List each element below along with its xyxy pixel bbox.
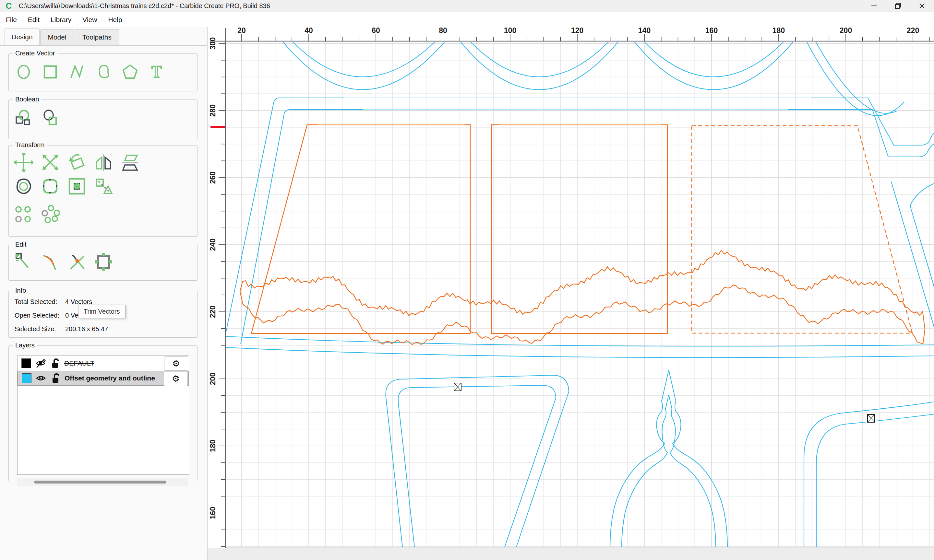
menu-bar: FileEditLibraryViewHelp: [0, 12, 934, 28]
layer-settings-button[interactable]: ⚙: [164, 372, 188, 386]
svg-text:200: 200: [208, 373, 217, 385]
unlock-icon[interactable]: [50, 373, 61, 384]
tab-bar: DesignModelToolpaths: [0, 29, 207, 46]
polyline-tool-button[interactable]: [67, 62, 86, 82]
slice-tool-button[interactable]: [94, 177, 113, 196]
layer-color-swatch[interactable]: [22, 373, 31, 383]
chute-outline-inner[interactable]: [398, 385, 556, 547]
section-label: Layers: [13, 342, 37, 349]
base-strip-line-1[interactable]: [225, 336, 934, 346]
smooth-tool-button[interactable]: [40, 252, 60, 272]
boolean-subtract-icon: [40, 108, 60, 128]
fillet-tool-button[interactable]: [40, 177, 60, 196]
svg-text:60: 60: [371, 27, 380, 35]
design-canvas[interactable]: 2040608010012014016018020022030028026024…: [208, 27, 934, 560]
window-title: C:\Users\willa\Downloads\1-Christmas tra…: [19, 2, 270, 10]
text-tool-button[interactable]: T: [147, 62, 166, 82]
section-layers: LayersDEFAULT⚙Offset geometry and outlin…: [8, 345, 197, 481]
car-body-outline-inner[interactable]: [240, 109, 934, 344]
svg-text:220: 220: [208, 306, 217, 318]
section-boolean: Boolean: [8, 100, 197, 139]
coupler-arm[interactable]: [891, 182, 934, 327]
boolean-union-button[interactable]: [14, 108, 33, 128]
restore-button[interactable]: [886, 0, 910, 12]
section-create-vector: Create VectorT: [8, 54, 197, 91]
rotate-tool-button[interactable]: [67, 152, 86, 172]
selected-garland-vector[interactable]: [240, 251, 925, 345]
menu-library[interactable]: Library: [51, 16, 71, 24]
layer-row-1[interactable]: DEFAULT⚙: [17, 356, 189, 371]
mirror-horizontal-tool-icon: [94, 152, 113, 172]
tab-toolpaths[interactable]: Toolpaths: [75, 29, 119, 45]
circle-tool-button[interactable]: [14, 62, 33, 82]
scale-tool-button[interactable]: [40, 152, 60, 172]
trim-vectors-tool-button[interactable]: [67, 252, 86, 272]
fillet-tool-icon: [40, 177, 60, 196]
layer-list: DEFAULT⚙Offset geometry and outline⚙: [17, 355, 189, 475]
car-body-outline-outer[interactable]: [225, 98, 934, 336]
eye-icon[interactable]: [35, 373, 46, 384]
corner-shape-inner[interactable]: [816, 414, 934, 548]
offset-tool-button[interactable]: [14, 177, 33, 196]
close-button[interactable]: [910, 0, 934, 12]
polygon-tool-icon: [120, 62, 140, 82]
unlock-icon[interactable]: [50, 358, 61, 369]
tab-design[interactable]: Design: [5, 29, 40, 45]
polygon-tool-button[interactable]: [120, 62, 140, 82]
scrollbar-thumb[interactable]: [34, 481, 166, 483]
selected-window-middle[interactable]: [492, 125, 667, 334]
base-strip-line-2[interactable]: [225, 348, 934, 357]
svg-text:180: 180: [772, 27, 785, 35]
mirror-horizontal-tool-button[interactable]: [94, 152, 113, 172]
chute-outline-outer[interactable]: [385, 375, 569, 547]
shrink-grow-tool-button[interactable]: [67, 177, 86, 196]
move-tool-button[interactable]: [14, 152, 33, 172]
trim-vectors-tool-icon: [67, 252, 86, 272]
flip-vertical-tool-button[interactable]: [120, 152, 140, 172]
info-value: 200.16 x 65.47: [65, 325, 108, 333]
linear-array-tool-button[interactable]: [14, 205, 33, 224]
eye-off-icon[interactable]: [35, 358, 46, 369]
node-edit-tool-button[interactable]: [14, 252, 33, 272]
svg-text:240: 240: [208, 238, 217, 251]
offset-tool-icon: [14, 177, 33, 196]
curve-tool-button[interactable]: [94, 62, 113, 82]
selection-center-marker[interactable]: [454, 383, 461, 391]
info-label: Total Selected:: [15, 298, 57, 305]
tooltip-text: Trim Vectors: [84, 308, 120, 315]
layer-settings-button[interactable]: ⚙: [164, 357, 188, 371]
dome-finial-inner[interactable]: [622, 395, 716, 547]
info-row: Total Selected:4 Vectors: [15, 298, 57, 306]
curve-tool-icon: [94, 62, 113, 82]
rectangle-tool-button[interactable]: [40, 62, 60, 82]
layers-horizontal-scrollbar[interactable]: [17, 478, 188, 486]
selection-center-marker[interactable]: [868, 414, 875, 422]
svg-text:T: T: [151, 63, 162, 81]
text-tool-icon: T: [147, 62, 166, 82]
layer-row-2[interactable]: Offset geometry and outline⚙: [17, 371, 189, 386]
flip-vertical-tool-icon: [120, 152, 140, 172]
menu-edit[interactable]: Edit: [28, 16, 40, 24]
edit-nodes-tool-button[interactable]: [94, 252, 113, 272]
tab-model[interactable]: Model: [40, 29, 74, 45]
section-transform: Transform: [8, 145, 197, 237]
node-edit-tool-icon: [14, 252, 33, 272]
svg-text:220: 220: [907, 27, 919, 35]
app-logo-icon: C: [5, 2, 13, 10]
boolean-subtract-button[interactable]: [40, 108, 60, 128]
corner-shape-outer[interactable]: [804, 402, 934, 548]
menu-view[interactable]: View: [82, 16, 97, 24]
menu-help[interactable]: Help: [108, 16, 122, 24]
layer-color-swatch[interactable]: [22, 358, 31, 368]
menu-file[interactable]: File: [6, 16, 17, 24]
grid: [226, 42, 934, 548]
minimize-button[interactable]: [862, 0, 886, 12]
circular-array-tool-button[interactable]: [40, 205, 60, 224]
rectangle-tool-icon: [40, 62, 60, 82]
garland-offset-swags-outer[interactable]: [275, 32, 904, 116]
tooltip: Trim Vectors: [78, 305, 125, 318]
gear-icon: ⚙: [172, 374, 180, 384]
svg-text:300: 300: [208, 37, 217, 49]
garland-offset-swags-inner[interactable]: [284, 32, 897, 114]
info-row: Open Selected:0 Vectors: [15, 312, 59, 319]
